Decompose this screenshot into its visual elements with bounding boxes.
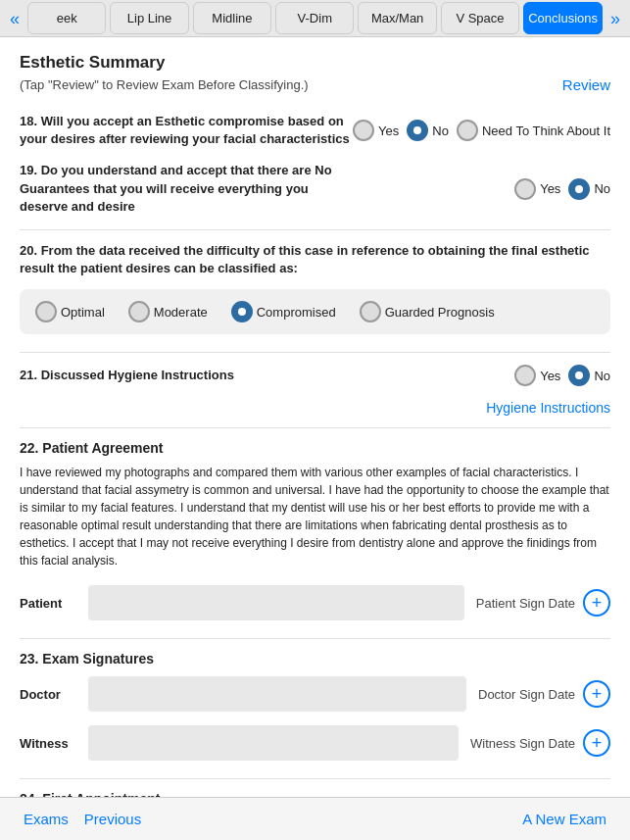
divider-1 bbox=[20, 229, 610, 230]
review-hint: (Tap "Review" to Review Exam Before Clas… bbox=[20, 77, 309, 92]
q19-yes-label: Yes bbox=[540, 181, 560, 196]
q20-compromised[interactable]: Compromised bbox=[231, 301, 336, 322]
witness-sig-field[interactable] bbox=[88, 725, 459, 761]
hygiene-link-row: Hygiene Instructions bbox=[20, 400, 610, 416]
q19-row: 19. Do you understand and accept that th… bbox=[20, 162, 610, 216]
q19-yes-circle bbox=[514, 178, 536, 200]
q21-no-circle bbox=[568, 365, 590, 386]
q18-row: 18. Will you accept an Esthetic compromi… bbox=[20, 113, 610, 148]
q18-no-label: No bbox=[432, 124, 449, 138]
q20-radio-row: Optimal Moderate Compromised Guarded Pro… bbox=[20, 289, 610, 334]
patient-label: Patient bbox=[20, 596, 88, 611]
q20-moderate[interactable]: Moderate bbox=[128, 301, 208, 322]
q18-no[interactable]: No bbox=[407, 120, 449, 141]
patient-date-label: Patient Sign Date bbox=[476, 596, 575, 611]
q21-radio-group: Yes No bbox=[514, 365, 610, 386]
q18-yes[interactable]: Yes bbox=[353, 120, 399, 141]
tab-v-dim[interactable]: V-Dim bbox=[275, 2, 354, 34]
patient-sig-row: Patient Patient Sign Date + bbox=[20, 585, 610, 620]
patient-date-add-btn[interactable]: + bbox=[583, 589, 610, 617]
witness-date-label: Witness Sign Date bbox=[470, 736, 575, 751]
bottom-left: Exams Previous bbox=[24, 811, 141, 827]
q20-optimal-circle bbox=[35, 301, 57, 322]
tab-bar: « eek Lip Line Midline V-Dim Max/Man V S… bbox=[0, 0, 630, 37]
doctor-date-add-btn[interactable]: + bbox=[583, 680, 610, 708]
doctor-sig-field[interactable] bbox=[88, 676, 466, 712]
q22-title: 22. Patient Agreement bbox=[20, 440, 610, 456]
tab-max-man[interactable]: Max/Man bbox=[358, 2, 436, 34]
divider-2 bbox=[20, 352, 610, 353]
q19-no-label: No bbox=[594, 181, 610, 196]
tab-conclusions[interactable]: Conclusions bbox=[523, 2, 603, 34]
q20-optimal[interactable]: Optimal bbox=[35, 301, 105, 322]
tab-v-space[interactable]: V Space bbox=[441, 2, 519, 34]
tab-eek[interactable]: eek bbox=[27, 2, 106, 34]
doctor-date-label: Doctor Sign Date bbox=[478, 687, 575, 702]
doctor-sig-row: Doctor Doctor Sign Date + bbox=[20, 676, 610, 712]
q18-yes-label: Yes bbox=[378, 124, 399, 138]
q21-no[interactable]: No bbox=[568, 365, 610, 386]
q19-yes[interactable]: Yes bbox=[514, 178, 560, 200]
q20-compromised-circle bbox=[231, 301, 253, 322]
new-exam-button[interactable]: A New Exam bbox=[522, 811, 606, 827]
hygiene-instructions-link[interactable]: Hygiene Instructions bbox=[486, 400, 610, 416]
q20-moderate-label: Moderate bbox=[154, 305, 208, 320]
previous-button[interactable]: Previous bbox=[84, 811, 141, 827]
tab-lip-line[interactable]: Lip Line bbox=[110, 2, 188, 34]
q21-yes[interactable]: Yes bbox=[514, 365, 560, 386]
bottom-bar: Exams Previous A New Exam bbox=[0, 797, 630, 840]
q23-title: 23. Exam Signatures bbox=[20, 651, 610, 667]
divider-3 bbox=[20, 427, 610, 428]
q19-no[interactable]: No bbox=[568, 178, 610, 200]
tab-prev-btn[interactable]: « bbox=[4, 0, 25, 37]
q20-guarded[interactable]: Guarded Prognosis bbox=[360, 301, 495, 322]
q18-radio-group: Yes No Need To Think About It bbox=[353, 120, 610, 141]
divider-4 bbox=[20, 638, 610, 639]
witness-label: Witness bbox=[20, 736, 88, 751]
patient-sig-field[interactable] bbox=[88, 585, 464, 620]
q18-think-circle bbox=[457, 120, 478, 141]
q22-agreement-text: I have reviewed my photographs and compa… bbox=[20, 464, 610, 569]
q21-text: 21. Discussed Hygiene Instructions bbox=[20, 367, 234, 384]
exams-button[interactable]: Exams bbox=[24, 811, 69, 827]
tab-next-btn[interactable]: » bbox=[605, 0, 626, 37]
witness-date-add-btn[interactable]: + bbox=[583, 729, 610, 757]
divider-5 bbox=[20, 778, 610, 779]
q20-optimal-label: Optimal bbox=[61, 305, 105, 320]
q20-text: 20. From the data received the difficult… bbox=[20, 242, 610, 277]
review-row: (Tap "Review" to Review Exam Before Clas… bbox=[20, 76, 610, 93]
q20-guarded-label: Guarded Prognosis bbox=[385, 305, 495, 320]
q20-block: 20. From the data received the difficult… bbox=[20, 242, 610, 334]
witness-sig-row: Witness Witness Sign Date + bbox=[20, 725, 610, 761]
q21-row: 21. Discussed Hygiene Instructions Yes N… bbox=[20, 365, 610, 386]
q20-guarded-circle bbox=[360, 301, 381, 322]
q18-text: 18. Will you accept an Esthetic compromi… bbox=[20, 113, 353, 148]
main-content: Esthetic Summary (Tap "Review" to Review… bbox=[0, 37, 630, 840]
q18-think-label: Need To Think About It bbox=[482, 124, 610, 138]
q22-block: 22. Patient Agreement I have reviewed my… bbox=[20, 440, 610, 620]
q18-think[interactable]: Need To Think About It bbox=[457, 120, 610, 141]
q20-moderate-circle bbox=[128, 301, 150, 322]
q23-block: 23. Exam Signatures Doctor Doctor Sign D… bbox=[20, 651, 610, 761]
q18-yes-circle bbox=[353, 120, 374, 141]
q19-no-circle bbox=[568, 178, 590, 200]
q19-radio-group: Yes No bbox=[514, 178, 610, 200]
q18-no-circle bbox=[407, 120, 428, 141]
tab-midline[interactable]: Midline bbox=[193, 2, 271, 34]
q21-yes-label: Yes bbox=[540, 369, 560, 383]
review-link[interactable]: Review bbox=[562, 76, 610, 93]
q20-compromised-label: Compromised bbox=[257, 305, 336, 320]
section-title: Esthetic Summary bbox=[20, 53, 610, 73]
q19-text: 19. Do you understand and accept that th… bbox=[20, 162, 353, 216]
q21-no-label: No bbox=[594, 369, 610, 383]
doctor-label: Doctor bbox=[20, 687, 88, 702]
q21-yes-circle bbox=[514, 365, 536, 386]
